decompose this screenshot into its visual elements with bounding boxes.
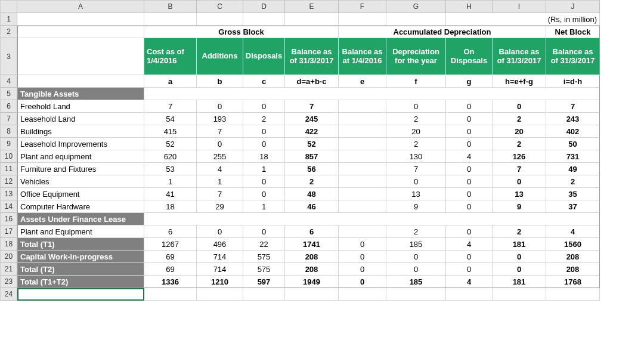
cell[interactable]: 6 [285,225,339,238]
row-header-17[interactable]: 17 [1,225,17,238]
cell[interactable]: 0 [243,100,285,113]
cell[interactable]: 130 [386,150,446,163]
cell[interactable]: 1 [197,175,243,188]
unit-note[interactable]: (Rs, in million) [493,13,600,26]
cell[interactable] [17,26,144,38]
cell[interactable]: 22 [243,238,285,251]
section-cwip[interactable]: Capital Work-in-progress [17,251,144,263]
colhdr-balance-accdep[interactable]: Balance as of 31/3/2017 [493,38,546,75]
cell[interactable]: 2 [386,225,446,238]
cell[interactable]: 0 [493,100,546,113]
row-header-20[interactable]: 20 [1,251,17,263]
col-header-H[interactable]: H [446,1,493,13]
colhdr-balance-gross[interactable]: Balance as of 31/3/2017 [285,38,339,75]
cell[interactable]: 2 [546,175,600,188]
cell[interactable]: 0 [446,175,493,188]
col-header-G[interactable]: G [386,1,446,13]
active-cell[interactable] [17,288,144,301]
colhdr-on-disposals[interactable]: On Disposals [446,38,493,75]
cell[interactable] [493,288,546,301]
cell[interactable]: 0 [446,163,493,175]
cell[interactable]: 6 [144,225,197,238]
formula-d[interactable]: c [243,75,285,88]
cell[interactable]: 0 [493,251,546,263]
cell[interactable]: 0 [339,263,386,276]
cell[interactable]: 7 [144,100,197,113]
cell[interactable]: 193 [197,113,243,125]
colhdr-net[interactable]: Balance as of 31/3/2017 [546,38,600,75]
cell[interactable]: 0 [386,175,446,188]
cell[interactable]: 857 [285,150,339,163]
col-header-F[interactable]: F [339,1,386,13]
cell[interactable]: 69 [144,251,197,263]
cell[interactable]: 20 [493,125,546,138]
cell[interactable] [339,100,386,113]
cell[interactable]: 2 [493,138,546,150]
cell[interactable]: 0 [197,100,243,113]
formula-h[interactable]: g [446,75,493,88]
row-label[interactable]: Leasehold Land [17,113,144,125]
cell[interactable]: 1210 [197,276,243,288]
cell[interactable]: 0 [493,263,546,276]
cell[interactable]: 402 [546,125,600,138]
cell[interactable]: 0 [243,175,285,188]
spreadsheet-grid[interactable]: A B C D E F G H I J 1 (Rs, in million) 2… [0,0,600,301]
cell[interactable] [339,163,386,175]
cell[interactable] [144,288,197,301]
cell[interactable]: 2 [493,225,546,238]
cell[interactable]: 2 [386,138,446,150]
row-label[interactable]: Furniture and Fixtures [17,163,144,175]
cell[interactable]: 1 [243,163,285,175]
cell[interactable]: 0 [386,263,446,276]
cell[interactable]: 46 [285,200,339,213]
cell[interactable]: 0 [386,251,446,263]
cell[interactable] [339,150,386,163]
cell[interactable]: 37 [546,200,600,213]
cell[interactable] [339,125,386,138]
select-all-corner[interactable] [1,1,17,13]
cell[interactable]: 0 [243,138,285,150]
cell[interactable]: 731 [546,150,600,163]
cell[interactable]: 185 [386,238,446,251]
cell[interactable]: 7 [197,188,243,200]
group-header-accdep[interactable]: Accumulated Depreciation [339,26,546,38]
cell[interactable]: 1741 [285,238,339,251]
cell[interactable]: 208 [285,251,339,263]
cell[interactable]: 0 [197,225,243,238]
formula-f[interactable]: e [339,75,386,88]
cell[interactable]: 714 [197,263,243,276]
row-header-18[interactable]: 18 [1,238,17,251]
cell[interactable]: 2 [493,113,546,125]
cell[interactable] [339,138,386,150]
cell[interactable]: 9 [386,200,446,213]
cell[interactable] [386,13,446,26]
cell[interactable]: 56 [285,163,339,175]
cell[interactable]: 0 [446,113,493,125]
row-label[interactable]: Buildings [17,125,144,138]
cell[interactable]: 49 [546,163,600,175]
cell[interactable]: 9 [493,200,546,213]
cell[interactable]: 0 [243,225,285,238]
row-header-11[interactable]: 11 [1,163,17,175]
cell[interactable]: 714 [197,251,243,263]
row-header-16[interactable]: 16 [1,213,17,225]
cell[interactable] [446,13,493,26]
total-t12-label[interactable]: Total (T1+T2) [17,276,144,288]
cell[interactable]: 496 [197,238,243,251]
col-header-E[interactable]: E [285,1,339,13]
total-t2-label[interactable]: Total (T2) [17,263,144,276]
formula-c[interactable]: b [197,75,243,88]
row-header-4[interactable]: 4 [1,75,17,88]
cell[interactable]: 0 [446,200,493,213]
row-header-14[interactable]: 14 [1,200,17,213]
row-header-12[interactable]: 12 [1,175,17,188]
cell[interactable]: 0 [243,188,285,200]
col-header-D[interactable]: D [243,1,285,13]
cell[interactable] [17,13,144,26]
formula-g[interactable]: f [386,75,446,88]
cell[interactable]: 4 [197,163,243,175]
cell[interactable]: 13 [386,188,446,200]
cell[interactable]: 0 [446,125,493,138]
row-header-9[interactable]: 9 [1,138,17,150]
cell[interactable]: 0 [197,138,243,150]
